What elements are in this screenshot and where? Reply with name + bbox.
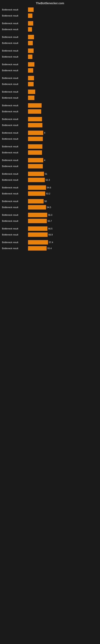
- bar-row: Bottleneck result56.9: [2, 232, 98, 238]
- bar-label: Bottleneck result: [2, 220, 28, 222]
- bar-fill: [28, 90, 35, 94]
- bar-row: Bottleneck result: [2, 68, 98, 73]
- bar-wrap: [28, 164, 98, 168]
- bar-row: Bottleneck result: [2, 34, 98, 40]
- bar-fill: [28, 48, 34, 53]
- spacer: [2, 32, 98, 34]
- bar-label: Bottleneck result: [2, 96, 28, 99]
- bar-wrap: [28, 54, 98, 59]
- bar-wrap: 50: [28, 199, 98, 204]
- bar-wrap: 4: [28, 158, 98, 162]
- bar-label: Bottleneck result: [2, 69, 28, 72]
- bar-row: Bottleneck result: [2, 40, 98, 46]
- bar-label: Bottleneck result: [2, 200, 28, 202]
- bar-row: Bottleneck result57.4: [2, 240, 98, 245]
- bar-label: Bottleneck result: [2, 104, 28, 107]
- bar-value: 57.4: [49, 241, 53, 244]
- bar-wrap: 56.5: [28, 226, 98, 231]
- bar-wrap: 54.6: [28, 185, 98, 190]
- bar-wrap: 56.9: [28, 232, 98, 237]
- bar-label: Bottleneck result: [2, 132, 28, 134]
- bar-label: Bottleneck result: [2, 214, 28, 216]
- bar-fill: [28, 158, 43, 162]
- bar-row: Bottleneck result: [2, 103, 98, 108]
- bar-fill: [28, 178, 45, 182]
- spacer: [2, 170, 98, 171]
- spacer: [2, 142, 98, 144]
- bar-fill: [28, 117, 42, 121]
- bar-fill: [28, 62, 34, 66]
- bar-row: Bottleneck result: [2, 95, 98, 100]
- bar-label: Bottleneck result: [2, 186, 28, 189]
- spacer: [2, 87, 98, 89]
- bar-fill: [28, 192, 45, 196]
- bar-row: Bottleneck result: [2, 136, 98, 142]
- bar-label: Bottleneck result: [2, 173, 28, 175]
- bar-value: 4: [44, 159, 45, 162]
- bar-fill: [28, 144, 42, 149]
- bar-value: 56.9: [49, 234, 52, 236]
- bar-row: Bottleneck result4: [2, 158, 98, 163]
- bar-wrap: 57.4: [28, 240, 98, 244]
- bar-wrap: 51: [28, 172, 98, 176]
- bar-value: 55.4: [48, 247, 51, 250]
- bar-row: Bottleneck result: [2, 109, 98, 114]
- bar-label: Bottleneck result: [2, 50, 28, 52]
- bar-wrap: 55.4: [28, 246, 98, 250]
- bar-fill: [28, 150, 42, 155]
- bar-fill: [28, 96, 34, 100]
- bar-value: 54.6: [47, 186, 51, 189]
- bar-wrap: [28, 48, 98, 53]
- spacer: [2, 156, 98, 158]
- bar-value: 54.5: [47, 206, 51, 208]
- bar-label: Bottleneck result: [2, 28, 28, 30]
- bar-wrap: [28, 82, 98, 86]
- bar-fill: [28, 54, 32, 59]
- spacer: [2, 115, 98, 116]
- bar-wrap: [28, 35, 98, 39]
- spacer: [2, 183, 98, 185]
- bar-label: Bottleneck result: [2, 179, 28, 181]
- site-title: TheBottlenecker.com: [0, 0, 100, 6]
- bar-row: Bottleneck result55.4: [2, 246, 98, 251]
- bar-row: Bottleneck result54.5: [2, 204, 98, 210]
- bar-fill: [28, 219, 47, 223]
- spacer: [2, 46, 98, 48]
- bar-label: Bottleneck result: [2, 36, 28, 38]
- bar-wrap: [28, 27, 98, 32]
- bar-fill: [28, 21, 33, 26]
- bar-label: Bottleneck result: [2, 206, 28, 208]
- bar-wrap: 56.3: [28, 213, 98, 217]
- bar-row: Bottleneck result: [2, 62, 98, 67]
- bar-label: Bottleneck result: [2, 228, 28, 230]
- spacer: [2, 210, 98, 212]
- bar-row: Bottleneck result50: [2, 198, 98, 204]
- spacer: [2, 224, 98, 226]
- bar-row: Bottleneck result: [2, 13, 98, 18]
- bar-wrap: 55.7: [28, 219, 98, 223]
- bar-row: Bottleneck result: [2, 48, 98, 54]
- bar-fill: [28, 172, 44, 176]
- bar-row: Bottleneck result: [2, 54, 98, 60]
- bar-wrap: 54.5: [28, 205, 98, 210]
- bar-wrap: 52.3: [28, 178, 98, 182]
- bar-wrap: [28, 150, 98, 155]
- bar-label: Bottleneck result: [2, 192, 28, 195]
- spacer: [2, 19, 98, 20]
- bar-row: Bottleneck result56.5: [2, 226, 98, 232]
- bar-fill: [28, 123, 42, 128]
- bar-label: Bottleneck result: [2, 110, 28, 113]
- page-wrapper: TheBottlenecker.com Bottleneck resultBot…: [0, 0, 100, 254]
- bar-label: Bottleneck result: [2, 56, 28, 58]
- bar-label: Bottleneck result: [2, 63, 28, 66]
- bar-row: Bottleneck result: [2, 122, 98, 128]
- bar-wrap: [28, 90, 98, 94]
- bar-wrap: [28, 123, 98, 128]
- bar-fill: [28, 27, 32, 32]
- bar-wrap: [28, 8, 98, 12]
- bar-value: 52.3: [46, 179, 50, 181]
- bar-label: Bottleneck result: [2, 124, 28, 126]
- bar-fill: [28, 68, 33, 73]
- bar-wrap: [28, 137, 98, 141]
- bar-fill: [28, 232, 48, 237]
